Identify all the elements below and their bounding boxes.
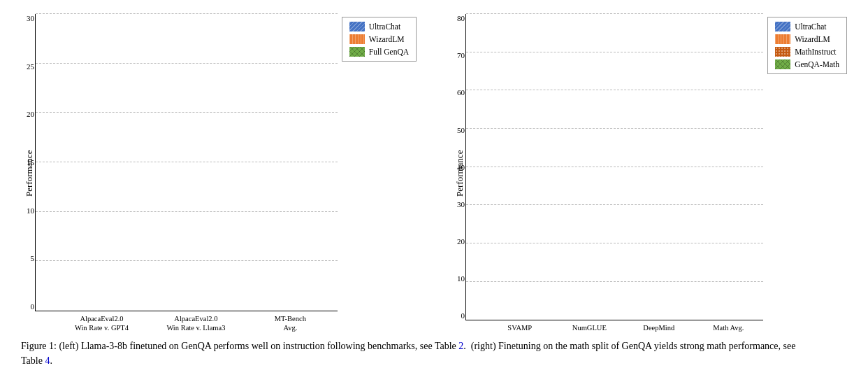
left-legend: UltraChat WizardLM Full GenQA <box>342 17 417 62</box>
caption-middle: . (right) Finetuning on the math split o… <box>463 341 795 351</box>
ry-tick-80: 80 <box>445 14 465 22</box>
x-label-gpt4: AlpacaEval2.0Win Rate v. GPT4 <box>55 314 149 333</box>
r-legend-swatch-genqamath <box>775 59 790 69</box>
r-legend-label-ultrachat: UltraChat <box>795 22 826 31</box>
legend-label-fullgenqa: Full GenQA <box>369 48 409 56</box>
r-legend-swatch-wizardlm <box>775 34 790 44</box>
ry-tick-20: 20 <box>445 237 465 246</box>
legend-fullgenqa: Full GenQA <box>349 47 409 57</box>
legend-swatch-fullgenqa <box>349 47 365 57</box>
figure-caption: Figure 1: (left) Llama-3-8b finetuned on… <box>14 339 854 368</box>
y-tick-10: 10 <box>15 206 34 215</box>
legend-wizardlm: WizardLM <box>349 34 409 44</box>
x-label-mathavg: Math Avg. <box>694 323 764 333</box>
legend-swatch-ultrachat <box>349 22 365 31</box>
r-legend-label-mathinstruct: MathInstruct <box>795 48 836 56</box>
ry-tick-40: 40 <box>445 163 465 171</box>
ry-tick-70: 70 <box>445 51 465 59</box>
left-plot-area: 0 5 10 15 20 25 30 <box>35 14 338 333</box>
left-chart: Performance <box>14 7 424 333</box>
r-legend-swatch-ultrachat <box>775 22 790 31</box>
x-label-mtbench: MT-BenchAvg. <box>243 314 338 333</box>
ry-tick-10: 10 <box>445 274 465 283</box>
caption-prefix: Figure 1: (left) Llama-3-8b finetuned on… <box>21 341 458 351</box>
y-tick-15: 15 <box>15 158 34 167</box>
ry-tick-30: 30 <box>445 200 465 208</box>
left-grid: 0 5 10 15 20 25 30 <box>35 14 338 311</box>
right-x-labels: SVAMP NumGLUE DeepMind Math Avg. <box>465 323 763 333</box>
charts-row: Performance <box>14 7 854 333</box>
y-tick-5: 5 <box>15 254 34 262</box>
caption-suffix: . <box>50 355 52 366</box>
r-legend-genqamath: GenQA-Math <box>775 59 839 69</box>
right-plot-area: 0 10 20 30 40 50 60 70 80 <box>465 14 763 333</box>
legend-ultrachat: UltraChat <box>349 22 409 31</box>
ry-tick-60: 60 <box>445 88 465 97</box>
legend-swatch-wizardlm <box>349 34 365 44</box>
r-legend-wizardlm: WizardLM <box>775 34 839 44</box>
right-chart: Performance <box>444 7 854 333</box>
ry-tick-50: 50 <box>445 126 465 134</box>
y-tick-20: 20 <box>15 110 34 118</box>
r-legend-label-genqamath: GenQA-Math <box>795 60 839 69</box>
y-tick-30: 30 <box>15 14 34 22</box>
left-y-ticks: 0 5 10 15 20 25 30 <box>15 14 34 311</box>
caption-prefix2: Table <box>21 355 45 366</box>
r-legend-label-wizardlm: WizardLM <box>795 35 830 43</box>
y-tick-25: 25 <box>15 62 34 71</box>
x-label-svamp: SVAMP <box>485 323 555 333</box>
right-grid: 0 10 20 30 40 50 60 70 80 <box>465 14 763 320</box>
x-label-numglue: NumGLUE <box>555 323 625 333</box>
right-legend: UltraChat WizardLM MathInstruct Gen <box>767 17 847 74</box>
right-y-ticks: 0 10 20 30 40 50 60 70 80 <box>445 14 465 320</box>
x-label-llama3: AlpacaEval2.0Win Rate v. Llama3 <box>149 314 243 333</box>
legend-label-ultrachat: UltraChat <box>369 22 400 31</box>
left-bars-area <box>36 14 338 311</box>
ry-tick-0: 0 <box>445 311 465 320</box>
r-legend-mathinstruct: MathInstruct <box>775 47 839 57</box>
x-label-deepmind: DeepMind <box>624 323 694 333</box>
r-legend-ultrachat: UltraChat <box>775 22 839 31</box>
y-tick-0: 0 <box>15 302 34 311</box>
left-x-labels: AlpacaEval2.0Win Rate v. GPT4 AlpacaEval… <box>35 314 338 333</box>
legend-label-wizardlm: WizardLM <box>369 35 405 43</box>
r-legend-swatch-mathinstruct <box>775 47 790 57</box>
right-bars-area <box>466 14 763 320</box>
